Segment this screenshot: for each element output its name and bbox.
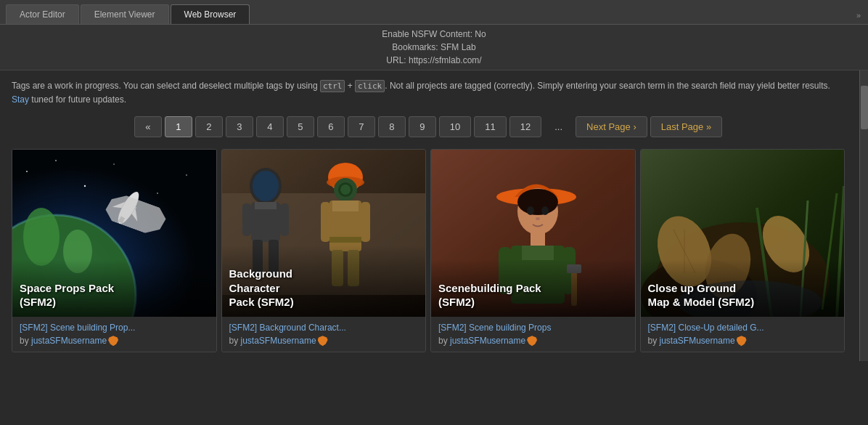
page-button-9[interactable]: 9 <box>409 116 436 137</box>
last-page-button[interactable]: Last Page » <box>650 116 722 137</box>
card-2[interactable]: BackgroundCharacterPack (SFM2) [SFM2] Ba… <box>221 149 427 353</box>
svg-point-5 <box>157 193 158 194</box>
card-3[interactable]: Scenebuilding Pack(SFM2) [SFM2] Scene bu… <box>430 149 636 353</box>
stay-tuned-link[interactable]: Stay <box>12 94 29 105</box>
page-button-12[interactable]: 12 <box>509 116 541 137</box>
card-2-info: [SFM2] Background Charact... by justaSFM… <box>222 317 426 352</box>
svg-rect-47 <box>531 232 545 247</box>
card-3-byline: by justaSFMusername <box>438 336 537 346</box>
svg-point-2 <box>55 160 57 161</box>
svg-point-31 <box>340 185 351 195</box>
page-button-8[interactable]: 8 <box>378 116 406 137</box>
svg-rect-22 <box>255 202 277 209</box>
card-1-shield-icon <box>108 336 118 346</box>
svg-marker-14 <box>112 197 126 211</box>
card-4-title-overlay: Close up GroundMap & Model (SFM2) <box>641 259 845 317</box>
expand-icon: » <box>856 11 861 20</box>
pagination: « 1 2 3 4 5 6 7 8 9 10 11 12 ... Next Pa… <box>12 116 845 137</box>
notice-text: Tags are a work in progress. You can sel… <box>12 79 845 106</box>
svg-rect-35 <box>361 202 370 242</box>
svg-rect-36 <box>329 237 361 243</box>
info-bar: Enable NSFW Content: No Bookmarks: SFM L… <box>0 25 868 70</box>
bookmarks-label: Bookmarks: SFM Lab <box>0 41 868 54</box>
cards-grid: Space Props Pack(SFM2) [SFM2] Scene buil… <box>12 149 845 353</box>
card-3-info: [SFM2] Scene building Props by justaSFMu… <box>431 317 635 352</box>
main-content: Tags are a work in progress. You can sel… <box>0 70 856 361</box>
page-button-3[interactable]: 3 <box>226 116 253 137</box>
card-2-title-link[interactable]: [SFM2] Background Charact... <box>229 323 419 333</box>
card-1-title-overlay: Space Props Pack(SFM2) <box>12 259 216 317</box>
card-4-byline: by justaSFMusername <box>648 336 747 346</box>
scrollbar-thumb[interactable] <box>861 86 868 129</box>
page-button-11[interactable]: 11 <box>474 116 506 137</box>
key-ctrl: ctrl <box>320 80 345 92</box>
tab-bar: Actor Editor Element Viewer Web Browser … <box>0 0 868 25</box>
svg-rect-24 <box>280 203 289 236</box>
page-button-1[interactable]: 1 <box>165 116 192 137</box>
card-1[interactable]: Space Props Pack(SFM2) [SFM2] Scene buil… <box>12 149 217 353</box>
card-3-title-link[interactable]: [SFM2] Scene building Props <box>438 323 628 333</box>
svg-point-3 <box>84 185 86 186</box>
tab-web-browser[interactable]: Web Browser <box>171 4 250 24</box>
svg-point-4 <box>113 163 115 165</box>
card-2-thumbnail: BackgroundCharacterPack (SFM2) <box>222 150 426 317</box>
page-button-5[interactable]: 5 <box>287 116 314 137</box>
svg-rect-33 <box>332 201 359 211</box>
svg-point-7 <box>135 207 136 209</box>
card-2-shield-icon <box>318 336 328 346</box>
page-button-6[interactable]: 6 <box>317 116 345 137</box>
card-1-author-link[interactable]: justaSFMusername <box>31 336 107 346</box>
card-2-author-link[interactable]: justaSFMusername <box>241 336 316 346</box>
card-4[interactable]: Close up GroundMap & Model (SFM2) [SFM2]… <box>640 149 846 353</box>
card-2-byline: by justaSFMusername <box>229 336 328 346</box>
scrollbar-track[interactable] <box>859 70 868 361</box>
page-button-7[interactable]: 7 <box>348 116 375 137</box>
svg-point-44 <box>527 206 534 215</box>
svg-rect-23 <box>242 203 251 236</box>
card-2-title-overlay: BackgroundCharacterPack (SFM2) <box>222 245 426 317</box>
svg-point-1 <box>26 171 28 172</box>
card-1-thumbnail: Space Props Pack(SFM2) <box>12 150 216 317</box>
tab-element-viewer[interactable]: Element Viewer <box>81 4 169 24</box>
svg-point-43 <box>517 189 558 215</box>
svg-rect-49 <box>522 246 554 260</box>
card-3-title-overlay: Scenebuilding Pack(SFM2) <box>431 259 635 317</box>
card-3-author-link[interactable]: justaSFMusername <box>450 336 525 346</box>
url-label: URL: https://sfmlab.com/ <box>0 54 868 67</box>
svg-rect-34 <box>321 202 330 242</box>
card-3-thumbnail: Scenebuilding Pack(SFM2) <box>431 150 635 317</box>
card-4-shield-icon <box>737 336 747 346</box>
svg-point-6 <box>186 174 187 176</box>
page-button-2[interactable]: 2 <box>195 116 223 137</box>
card-3-shield-icon <box>527 336 537 346</box>
card-4-thumbnail: Close up GroundMap & Model (SFM2) <box>641 150 845 317</box>
tab-actor-editor[interactable]: Actor Editor <box>6 4 79 24</box>
svg-point-20 <box>253 171 279 201</box>
card-1-byline: by justaSFMusername <box>20 336 118 346</box>
svg-point-45 <box>541 206 549 215</box>
card-4-title-link[interactable]: [SFM2] Close-Up detailed G... <box>648 323 838 333</box>
card-4-author-link[interactable]: justaSFMusername <box>660 336 735 346</box>
svg-point-46 <box>536 217 540 220</box>
pagination-ellipsis: ... <box>544 117 573 137</box>
content-area: Tags are a work in progress. You can sel… <box>0 70 856 361</box>
svg-point-11 <box>23 208 60 266</box>
svg-marker-15 <box>130 207 143 221</box>
next-page-button[interactable]: Next Page › <box>576 116 647 137</box>
card-4-info: [SFM2] Close-Up detailed G... by justaSF… <box>641 317 845 352</box>
scroll-container: Tags are a work in progress. You can sel… <box>0 70 868 361</box>
nsfw-status: Enable NSFW Content: No <box>0 28 868 41</box>
svg-rect-16 <box>118 216 125 223</box>
key-click: click <box>355 80 385 92</box>
card-1-title-link[interactable]: [SFM2] Scene building Prop... <box>20 323 209 333</box>
page-button-4[interactable]: 4 <box>256 116 284 137</box>
card-1-info: [SFM2] Scene building Prop... by justaSF… <box>12 317 216 352</box>
prev-page-button[interactable]: « <box>134 116 162 137</box>
page-button-10[interactable]: 10 <box>439 116 471 137</box>
